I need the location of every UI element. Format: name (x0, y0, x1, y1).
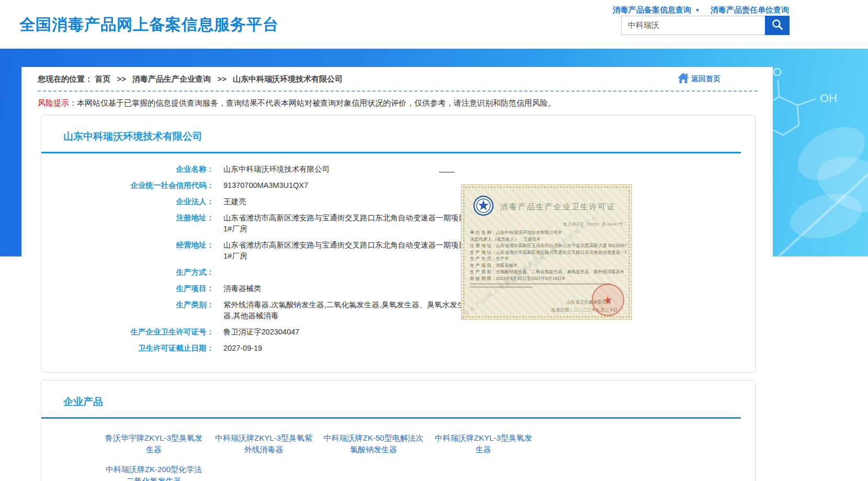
certificate-line: 单 位 名 称：山东中科瑞沃环境技术有限公司※ (470, 229, 626, 236)
field-value: 王建亮 (223, 196, 246, 207)
hygiene-licence-certificate-image: 全国消毒产品网上备案信息服务平台 全国消毒产品网上备案信息服务平台 消毒产品生产… (461, 184, 632, 320)
company-info-form: 企业名称： 山东中科瑞沃环境技术有限公司 企业统一社会信用代码： 9137070… (41, 161, 755, 372)
nav-responsible-unit-query-label: 消毒产品责任单位查询 (711, 5, 789, 15)
risk-notice-label: 风险提示： (38, 98, 77, 107)
field-label: 生产方式： (41, 267, 214, 278)
field-label: 生产企业卫生许可证号： (41, 327, 214, 338)
header: 全国消毒产品网上备案信息服务平台 消毒产品备案信息查询 ▼ 消毒产品责任单位查询 (0, 0, 868, 49)
product-link[interactable]: 中科瑞沃牌ZK-50型电解法次氯酸钠发生器 (319, 432, 429, 455)
search-icon (771, 18, 784, 32)
certificate-number: 鲁卫消证字（2023）第-04047号 (461, 221, 623, 227)
title-underline (41, 152, 741, 153)
field-value: 2027-09-19 (223, 343, 262, 354)
field-value: 山东中科瑞沃环境技术有限公司 (223, 164, 330, 175)
products-list: 鲁沃华宇牌ZKYL-3型臭氧发生器 中科瑞沃牌ZKYL-3型臭氧紫外线消毒器 中… (99, 432, 544, 481)
company-card-title: 山东中科瑞沃环境技术有限公司 (63, 130, 755, 143)
certificate-line: 法定代表人（或负责人）：王建亮※ (470, 236, 626, 243)
field-label: 生产项目： (41, 283, 214, 294)
breadcrumb-prefix: 您现在的位置： (38, 74, 93, 83)
breadcrumb-separator: >> (117, 74, 126, 83)
field-row: 生产类别： 紫外线消毒器,次氯酸钠发生器,二氧化氯发生器,臭氧发生器、臭氧水发生… (41, 297, 755, 324)
main-panel: 您现在的位置： 首页 >> 消毒产品生产企业查询 >> 山东中科瑞沃环境技术有限… (21, 67, 773, 481)
field-row: 企业法人： 王建亮 (41, 194, 755, 210)
certificate-line: 有 效 期 限：2023年9月20日至2027年9月19日※ (470, 275, 626, 282)
field-row: 企业统一社会信用代码： 91370700MA3M3U1QX7 (41, 177, 755, 194)
company-info-card: 山东中科瑞沃环境技术有限公司 企业名称： 山东中科瑞沃环境技术有限公司 企业统一… (41, 115, 756, 373)
search-input[interactable] (621, 16, 765, 35)
back-home-label: 返回首页 (691, 74, 720, 84)
field-row: 卫生许可证截止日期： 2027-09-19 (41, 340, 755, 356)
top-nav: 消毒产品备案信息查询 ▼ 消毒产品责任单位查询 (613, 5, 789, 15)
product-link[interactable]: 中科瑞沃牌ZKYL-3型臭氧发生器 (429, 432, 538, 455)
breadcrumb-current: 山东中科瑞沃环境技术有限公司 (233, 74, 343, 83)
chevron-down-icon: ▼ (695, 7, 700, 13)
certificate-issuer: 山东省卫生健康委员会 (461, 299, 611, 306)
field-value: 消毒器械类 (223, 283, 262, 294)
search-button[interactable] (765, 16, 790, 35)
field-label: 注册地址： (41, 212, 214, 234)
certificate-line: 生 产 地 址：山东省潍坊市高新区潍安路与宝通街交叉路口东北角自动变速器一期项目… (470, 249, 626, 256)
field-label: 生产类别： (41, 299, 214, 321)
breadcrumb-separator: >> (217, 74, 227, 83)
svg-text:O: O (773, 65, 782, 79)
field-value: 鲁卫消证字202304047 (223, 327, 299, 338)
certificate-header: 消毒产品生产企业卫生许可证 (473, 195, 624, 218)
field-row: 注册地址： 山东省潍坊市高新区潍安路与宝通街交叉路口东北角自动变速器一期项目1#… (41, 210, 755, 237)
risk-notice: 风险提示：本网站仅基于已掌握的信息提供查询服务，查询结果不代表本网站对被查询对象… (38, 98, 757, 108)
certificate-fineprint (470, 283, 611, 285)
national-emblem-icon (473, 195, 494, 218)
nav-responsible-unit-query[interactable]: 消毒产品责任单位查询 (711, 5, 789, 15)
field-value: 紫外线消毒器,次氯酸钠发生器,二氧化氯发生器,臭氧发生器、臭氧水发生器,其他器械… (223, 299, 469, 321)
field-row: 生产企业卫生许可证号： 鲁卫消证字202304047 (41, 324, 755, 340)
dashed-divider (38, 91, 758, 92)
field-label: 经营地址： (41, 240, 214, 262)
breadcrumb: 您现在的位置： 首页 >> 消毒产品生产企业查询 >> 山东中科瑞沃环境技术有限… (21, 67, 773, 84)
certificate-line: 生 产 方 式：生产※ (470, 255, 626, 262)
nav-records-query[interactable]: 消毒产品备案信息查询 ▼ (613, 5, 700, 15)
field-label: 企业法人： (41, 196, 214, 207)
field-label: 企业统一社会信用代码： (41, 180, 214, 191)
products-card-title: 企业产品 (63, 395, 755, 409)
certificate-fineprint (470, 286, 533, 288)
field-row: 企业名称： 山东中科瑞沃环境技术有限公司 (41, 161, 755, 177)
field-row: 生产方式： (41, 264, 755, 281)
breadcrumb-home[interactable]: 首页 (95, 74, 110, 83)
product-link[interactable]: 鲁沃华宇牌ZKYL-3型臭氧发生器 (99, 432, 209, 455)
svg-text:OH: OH (820, 92, 837, 105)
field-row: 生产项目： 消毒器械类 (41, 281, 755, 297)
field-label: 企业名称： (41, 164, 214, 175)
certificate-title: 消毒产品生产企业卫生许可证 (500, 202, 616, 212)
site-title: 全国消毒产品网上备案信息服务平台 (19, 14, 279, 36)
product-link[interactable]: 中科瑞沃牌ZK-200型化学法二氧化氯发生器 (99, 464, 209, 481)
title-underline (41, 417, 741, 419)
certificate-lines: 单 位 名 称：山东中科瑞沃环境技术有限公司※ 法定代表人（或负责人）：王建亮※… (470, 229, 626, 282)
risk-notice-text: 本网站仅基于已掌握的信息提供查询服务，查询结果不代表本网站对被查询对象信用状况的… (77, 98, 556, 107)
nav-records-query-label: 消毒产品备案信息查询 (613, 5, 691, 15)
field-value: 山东省潍坊市高新区潍安路与宝通街交叉路口东北角自动变速器一期项目1#厂房 (223, 240, 469, 262)
field-value: 91370700MA3M3U1QX7 (223, 180, 308, 191)
certificate-line: 生 产 项 目：消毒器械※ (470, 262, 626, 269)
search-bar (621, 16, 790, 35)
certificate-line: 生 产 类 别：次氯酸钠发生器、二氧化氯发生器、臭氧发生器、紫外线消毒器※ (470, 269, 626, 275)
products-card: 企业产品 鲁沃华宇牌ZKYL-3型臭氧发生器 中科瑞沃牌ZKYL-3型臭氧紫外线… (41, 380, 756, 481)
field-label: 卫生许可证截止日期： (41, 343, 214, 354)
back-home-link[interactable]: 返回首页 (677, 72, 720, 85)
scan-artifact (439, 172, 455, 173)
breadcrumb-category[interactable]: 消毒产品生产企业查询 (132, 74, 211, 83)
product-link[interactable]: 中科瑞沃牌ZKYL-3型臭氧紫外线消毒器 (209, 432, 319, 455)
page: 全国消毒产品网上备案信息服务平台 消毒产品备案信息查询 ▼ 消毒产品责任单位查询 (0, 0, 868, 481)
home-icon (677, 72, 691, 85)
field-row: 经营地址： 山东省潍坊市高新区潍安路与宝通街交叉路口东北角自动变速器一期项目1#… (41, 237, 755, 264)
certificate-line: 注 册 地 址：山东省潍坊高新区玉清东街以北中心次干道以西高新大厦 502房间※ (470, 242, 626, 249)
field-value: 山东省潍坊市高新区潍安路与宝通街交叉路口东北角自动变速器一期项目1#厂房 (223, 212, 469, 234)
